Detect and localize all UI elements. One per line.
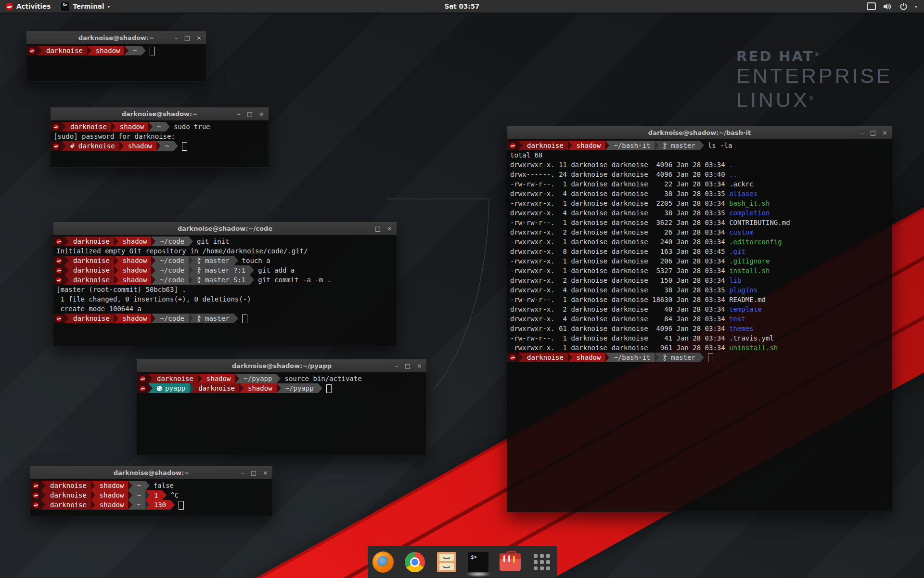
- redhat-prompt-icon: [56, 277, 62, 283]
- top-bar: Activities $> Terminal ▾ Sat 03:57 ▾: [0, 0, 924, 13]
- powerline-separator: [277, 383, 281, 393]
- terminal-content[interactable]: darknoiseshadow~/bash-itmasterls -latota…: [507, 139, 892, 512]
- git-branch-icon: [197, 258, 202, 264]
- terminal-cursor: [242, 315, 247, 323]
- minimize-button[interactable]: –: [365, 225, 369, 232]
- powerline-separator: [190, 383, 194, 393]
- maximize-button[interactable]: □: [184, 35, 190, 41]
- powerline-separator: [162, 490, 167, 500]
- prompt-segment-user: darknoise: [69, 275, 114, 285]
- titlebar[interactable]: darknoise@shadow:~ –□×: [51, 107, 269, 121]
- maximize-button[interactable]: □: [251, 470, 257, 476]
- prompt-segment-exit: 130: [150, 500, 170, 510]
- titlebar[interactable]: darknoise@shadow:~/code –□×: [53, 222, 397, 236]
- titlebar[interactable]: darknoise@shadow:~/bash-it –□×: [507, 126, 892, 140]
- toolbox-icon[interactable]: [499, 551, 521, 573]
- titlebar[interactable]: darknoise@shadow:~/pyapp –□×: [137, 359, 426, 373]
- powerline-separator: [114, 314, 118, 323]
- ls-row: drwxrwxr-x. 2 darknoise darknoise 150 Ja…: [507, 276, 892, 285]
- terminal-output: 1 file changed, 0 insertions(+), 0 delet…: [53, 294, 397, 304]
- prompt-segment-hat: [53, 275, 64, 285]
- powerline-separator: [41, 490, 46, 500]
- file-manager-icon[interactable]: [436, 551, 458, 573]
- power-icon[interactable]: [900, 3, 907, 10]
- prompt-segment-hat: [30, 481, 41, 490]
- maximize-button[interactable]: □: [870, 130, 876, 136]
- ls-row: -rwxrwxr-x. 1 darknoise darknoise 2205 J…: [507, 198, 892, 208]
- redhat-prompt-icon: [53, 144, 59, 149]
- volume-icon[interactable]: [884, 3, 892, 10]
- rhel-logo: RED HAT® ENTERPRISE LINUX®: [736, 48, 893, 111]
- prompt-segment-user: darknoise: [46, 490, 91, 500]
- prompt-segment-user: darknoise: [69, 265, 114, 275]
- clock[interactable]: Sat 03:57: [0, 2, 924, 10]
- app-menu-terminal[interactable]: $> Terminal ▾: [56, 0, 115, 13]
- prompt-line: # darknoiseshadow~: [51, 141, 269, 151]
- system-menu-chevron-icon[interactable]: ▾: [915, 4, 917, 9]
- prompt-segment-path: ~/code: [155, 314, 189, 323]
- redhat-prompt-icon: [33, 483, 38, 488]
- terminal-content[interactable]: darknoiseshadow~: [26, 44, 206, 81]
- terminal-content[interactable]: darknoiseshadow~/codegit initInitialized…: [53, 235, 397, 346]
- activities-button[interactable]: Activities: [0, 0, 56, 13]
- window-title: darknoise@shadow:~: [78, 34, 154, 41]
- command-text: touch a: [238, 256, 270, 265]
- display-icon[interactable]: [867, 2, 876, 10]
- maximize-button[interactable]: □: [405, 363, 411, 369]
- firefox-icon[interactable]: [372, 551, 394, 573]
- close-button[interactable]: ×: [882, 130, 887, 136]
- close-button[interactable]: ×: [259, 111, 264, 117]
- terminal-icon[interactable]: $>: [467, 551, 489, 573]
- redhat-prompt-icon: [33, 502, 38, 508]
- maximize-button[interactable]: □: [375, 225, 381, 232]
- titlebar[interactable]: darknoise@shadow:~ –□×: [26, 31, 206, 45]
- terminal-content[interactable]: darknoiseshadow~falsedarknoiseshadow~1^C…: [30, 479, 272, 516]
- prompt-line: darknoiseshadow~/codemaster S:1git commi…: [53, 275, 397, 285]
- prompt-segment-host: shadow: [572, 141, 605, 150]
- prompt-segment-user: darknoise: [69, 256, 114, 265]
- ls-row: drwxrwxr-x. 8 darknoise darknoise 163 Ja…: [507, 247, 892, 256]
- maximize-button[interactable]: □: [247, 111, 253, 117]
- terminal-window-bash-it: darknoise@shadow:~/bash-it –□× darknoise…: [507, 126, 892, 512]
- powerline-separator: [156, 141, 161, 151]
- ls-row: -rw-rw-r--. 1 darknoise darknoise 3622 J…: [507, 218, 892, 227]
- command-text: source bin/activate: [281, 374, 361, 383]
- powerline-separator: [235, 374, 239, 383]
- minimize-button[interactable]: –: [241, 470, 244, 476]
- redhat-prompt-icon: [56, 239, 62, 244]
- powerline-separator: [654, 141, 659, 150]
- terminal-content[interactable]: darknoiseshadow~/pyappsource bin/activat…: [137, 372, 426, 455]
- minimize-button[interactable]: –: [860, 130, 864, 136]
- powerline-separator: [91, 500, 95, 510]
- powerline-separator: [111, 122, 116, 131]
- minimize-button[interactable]: –: [237, 111, 241, 117]
- prompt-segment-user: darknoise: [46, 500, 91, 510]
- activities-label: Activities: [16, 2, 51, 10]
- close-button[interactable]: ×: [387, 225, 392, 232]
- prompt-line: darknoiseshadow~/codegit init: [53, 236, 397, 246]
- powerline-separator: [145, 500, 150, 510]
- ls-row: -rwxrwxr-x. 1 darknoise darknoise 240 Ja…: [507, 237, 892, 247]
- redhat-prompt-icon: [140, 386, 145, 391]
- minimize-button[interactable]: –: [395, 363, 398, 369]
- powerline-separator: [189, 236, 193, 246]
- powerline-separator: [145, 481, 150, 490]
- chrome-icon[interactable]: [404, 551, 426, 573]
- minimize-button[interactable]: –: [175, 35, 178, 41]
- command-text: false: [150, 481, 174, 490]
- app-grid-icon[interactable]: [531, 551, 553, 573]
- prompt-segment-path: ~: [153, 122, 165, 131]
- terminal-content[interactable]: darknoiseshadow~sudo true[sudo] password…: [51, 120, 269, 167]
- close-button[interactable]: ×: [417, 363, 422, 369]
- powerline-separator: [568, 353, 572, 362]
- powerline-separator: [128, 490, 132, 500]
- titlebar[interactable]: darknoise@shadow:~ –□×: [30, 466, 272, 480]
- redhat-prompt-icon: [53, 124, 59, 130]
- prompt-segment-path: ~: [161, 141, 173, 151]
- powerline-separator: [518, 141, 523, 150]
- redhat-prompt-icon: [510, 143, 515, 148]
- prompt-segment-path: ~/code: [155, 236, 189, 246]
- prompt-segment-host: shadow: [116, 122, 149, 131]
- close-button[interactable]: ×: [263, 470, 268, 476]
- close-button[interactable]: ×: [196, 35, 202, 41]
